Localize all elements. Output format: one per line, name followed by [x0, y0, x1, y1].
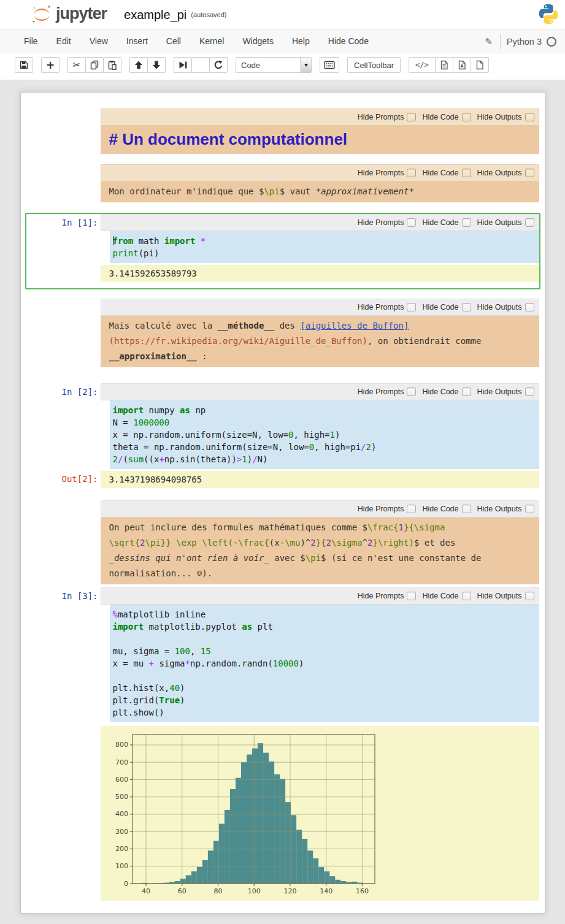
code-token: import	[113, 622, 144, 632]
code-token: x = mu	[113, 659, 149, 668]
code-token: ,	[190, 646, 201, 656]
restart-kernel-button[interactable]	[209, 57, 228, 73]
code-token: 2	[310, 538, 315, 548]
python-logo-icon	[537, 2, 560, 28]
jupyter-logo[interactable]: jupyter	[31, 4, 107, 26]
hide-prompts-checkbox[interactable]	[407, 169, 416, 177]
document-pdf-icon	[457, 60, 467, 70]
output-area: 3.141592653589793	[101, 263, 539, 282]
hide-prompts-checkbox[interactable]	[407, 113, 416, 121]
hide-prompts-checkbox[interactable]	[407, 388, 416, 396]
add-cell-button[interactable]: +	[41, 57, 60, 73]
hide-code-checkbox[interactable]	[462, 505, 471, 513]
markdown-line: __approximation__ :	[109, 349, 533, 364]
menu-help[interactable]: Help	[283, 30, 319, 53]
code-input-area[interactable]: from math import *print(pi)	[110, 231, 539, 263]
code-token: \pi	[264, 186, 279, 196]
code-line: plt.show()	[113, 706, 537, 719]
plus-icon: +	[46, 59, 55, 71]
code-token: numpy	[144, 405, 180, 415]
menu-file[interactable]: File	[15, 30, 47, 53]
toggle-code-button[interactable]: </>	[409, 57, 436, 73]
command-palette-button[interactable]	[320, 57, 339, 73]
export-pdf-button[interactable]	[453, 57, 471, 73]
code-token: N =	[113, 418, 134, 427]
menu-cell[interactable]: Cell	[157, 30, 190, 53]
code-token: True	[159, 695, 180, 705]
hide-outputs-checkbox[interactable]	[525, 218, 534, 227]
paste-cell-button[interactable]	[103, 57, 121, 73]
cut-cell-button[interactable]: ✂	[67, 57, 86, 73]
notebook-title[interactable]: example_pi	[124, 8, 186, 22]
markdown-source[interactable]: # Un document computationnel	[101, 126, 539, 154]
code-cell[interactable]: In [1]:Hide PromptsHide CodeHide Outputs…	[25, 213, 540, 289]
code-token: # Un document computationnel	[109, 130, 348, 148]
hide-outputs-checkbox[interactable]	[525, 303, 534, 311]
celltoolbar-button[interactable]: CellToolbar	[347, 57, 401, 73]
code-token: __approximation__	[109, 351, 197, 361]
hide-prompts-checkbox[interactable]	[407, 505, 416, 513]
hide-code-checkbox[interactable]	[462, 303, 471, 311]
run-cell-button[interactable]	[174, 57, 192, 73]
scissors-icon: ✂	[73, 59, 81, 71]
markdown-cell[interactable]: Hide PromptsHide CodeHide OutputsOn peut…	[25, 499, 540, 586]
export-script-button[interactable]	[435, 57, 453, 73]
menu-widgets[interactable]: Widgets	[233, 30, 283, 53]
code-line	[113, 670, 537, 682]
cell-content: Hide PromptsHide CodeHide Outputs%matplo…	[101, 587, 539, 722]
hide-prompts-label: Hide Prompts	[358, 113, 404, 121]
code-input-area[interactable]: import numpy as npN = 1000000x = np.rand…	[110, 400, 539, 469]
hide-code-checkbox[interactable]	[462, 218, 471, 227]
menu-kernel[interactable]: Kernel	[190, 30, 233, 53]
hide-code-checkbox[interactable]	[462, 592, 471, 600]
move-cell-down-button[interactable]	[147, 57, 166, 73]
menu-edit[interactable]: Edit	[47, 30, 80, 53]
hide-prompts-checkbox[interactable]	[407, 592, 416, 600]
code-brackets-icon: </>	[413, 61, 431, 69]
hide-code-checkbox[interactable]	[462, 388, 471, 396]
markdown-source[interactable]: On peut inclure des formules mathématiqu…	[101, 517, 539, 584]
move-cell-up-button[interactable]	[129, 57, 148, 73]
save-button[interactable]	[15, 57, 33, 73]
markdown-line: normalisation... ☺).	[109, 566, 533, 581]
output-prompt: Out[2]:	[26, 469, 101, 488]
hide-outputs-checkbox[interactable]	[525, 169, 534, 177]
hide-outputs-checkbox[interactable]	[525, 113, 534, 121]
y-tick-label: 200	[115, 845, 128, 853]
menu-view[interactable]: View	[80, 30, 117, 53]
code-token: N)	[258, 454, 268, 464]
code-input-area[interactable]: %matplotlib inlineimport matplotlib.pypl…	[110, 605, 539, 722]
markdown-cell[interactable]: Hide PromptsHide CodeHide OutputsMais ca…	[25, 297, 540, 368]
code-token: __méthode__	[218, 321, 275, 330]
code-token: )	[371, 442, 376, 452]
menu-hide-code[interactable]: Hide Code	[319, 30, 378, 53]
menu-insert[interactable]: Insert	[117, 30, 157, 53]
markdown-cell[interactable]: Hide PromptsHide CodeHide Outputs# Un do…	[25, 107, 540, 155]
histogram-bar	[296, 830, 302, 884]
markdown-cell[interactable]: Hide PromptsHide CodeHide OutputsMon ord…	[25, 163, 540, 204]
cell-type-select[interactable]: Code	[236, 57, 312, 73]
hide-code-checkbox[interactable]	[462, 169, 471, 177]
code-token: x = np.random.uniform(size=N, low=	[113, 430, 289, 440]
markdown-source[interactable]: Mon ordinateur m'indique que $\pi$ vaut …	[101, 181, 539, 202]
export-html-button[interactable]	[471, 57, 489, 73]
interrupt-kernel-button[interactable]	[191, 57, 210, 73]
cell-content: Hide PromptsHide CodeHide Outputsimport …	[101, 383, 539, 469]
y-tick-label: 700	[115, 758, 128, 766]
hide-outputs-checkbox[interactable]	[525, 388, 534, 396]
code-line	[113, 633, 537, 645]
copy-cell-button[interactable]	[85, 57, 104, 73]
hide-prompts-checkbox[interactable]	[407, 303, 416, 311]
histogram-bar	[274, 774, 280, 884]
hide-prompts-checkbox[interactable]	[407, 218, 416, 227]
code-token: /	[252, 454, 257, 464]
hide-outputs-checkbox[interactable]	[525, 505, 534, 513]
hide-code-checkbox[interactable]	[462, 113, 471, 121]
code-cell[interactable]: In [3]:Hide PromptsHide CodeHide Outputs…	[25, 586, 540, 902]
markdown-source[interactable]: Mais calculé avec la __méthode__ des [ai…	[101, 316, 539, 367]
y-tick-label: 800	[115, 741, 128, 749]
code-cell[interactable]: In [2]:Hide PromptsHide CodeHide Outputs…	[25, 382, 540, 489]
cell-content: Hide PromptsHide CodeHide Outputsfrom ma…	[101, 214, 539, 263]
hide-outputs-checkbox[interactable]	[525, 592, 534, 600]
keyboard-icon	[324, 61, 335, 69]
